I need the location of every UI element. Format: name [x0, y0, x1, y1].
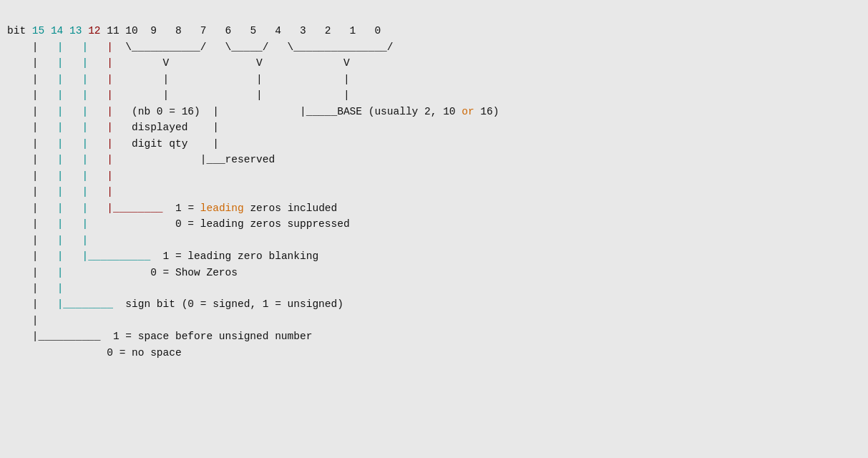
line-10: | | | | — [7, 186, 113, 198]
line-7: | | | | digit qty | — [7, 138, 219, 150]
line-5: | | | | (nb 0 = 16) | |_____BASE (usuall… — [7, 106, 499, 117]
line-19: |__________ 1 = space before unsigned nu… — [7, 331, 312, 342]
line-2: | | | | V V V — [7, 57, 350, 69]
line-15: | | 0 = Show Zeros — [7, 267, 238, 278]
line-20: 0 = no space — [7, 347, 182, 359]
bit-field-diagram: bit 15 14 13 12 11 10 9 8 7 6 5 4 3 2 1 … — [7, 7, 499, 361]
line-6: | | | | displayed | — [7, 122, 219, 133]
line-11: | | | |________ 1 = leading zeros includ… — [7, 203, 337, 214]
line-3: | | | | | | | — [7, 74, 350, 85]
line-header: bit 15 14 13 12 11 10 9 8 7 6 5 4 3 2 1 … — [7, 25, 381, 36]
line-16: | | — [7, 283, 63, 294]
line-4: | | | | | | | — [7, 89, 350, 101]
line-18: | — [7, 315, 39, 326]
line-13: | | | — [7, 235, 88, 246]
line-14: | | |__________ 1 = leading zero blankin… — [7, 250, 318, 262]
line-1: | | | | \___________/ \_____/ \_________… — [7, 42, 394, 53]
line-17: | |________ sign bit (0 = signed, 1 = un… — [7, 298, 343, 310]
line-8: | | | | |___reserved — [7, 154, 275, 165]
line-9: | | | | — [7, 170, 113, 182]
line-12: | | | 0 = leading zeros suppressed — [7, 218, 350, 230]
